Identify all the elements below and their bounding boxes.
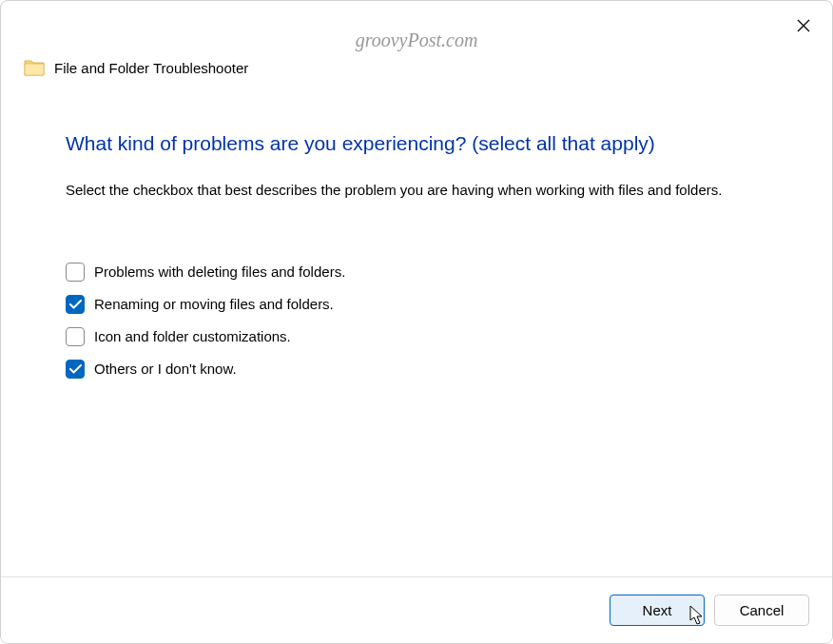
checkbox-icon [66,263,85,282]
page-heading: What kind of problems are you experienci… [66,132,767,155]
dialog-content: What kind of problems are you experienci… [1,87,832,398]
folder-icon [24,58,45,77]
page-description: Select the checkbox that best describes … [66,180,767,202]
option-others[interactable]: Others or I don't know. [66,360,767,379]
option-label: Renaming or moving files and folders. [94,296,334,312]
next-button[interactable]: Next [610,595,705,626]
option-label: Icon and folder customizations. [94,328,291,344]
checkbox-list: Problems with deleting files and folders… [66,263,767,379]
option-renaming[interactable]: Renaming or moving files and folders. [66,295,767,314]
checkbox-icon [66,327,85,346]
dialog-title: File and Folder Troubleshooter [54,60,248,76]
option-label: Problems with deleting files and folders… [94,263,345,280]
close-button[interactable] [794,16,813,35]
option-icon-customization[interactable]: Icon and folder customizations. [66,327,767,346]
option-label: Others or I don't know. [94,361,237,377]
checkbox-icon [66,295,85,314]
cancel-button[interactable]: Cancel [714,595,809,626]
close-icon [797,19,810,32]
dialog-header: File and Folder Troubleshooter [1,1,832,87]
checkbox-icon [66,360,85,379]
option-deleting[interactable]: Problems with deleting files and folders… [66,263,767,282]
dialog-footer: Next Cancel [1,576,832,643]
